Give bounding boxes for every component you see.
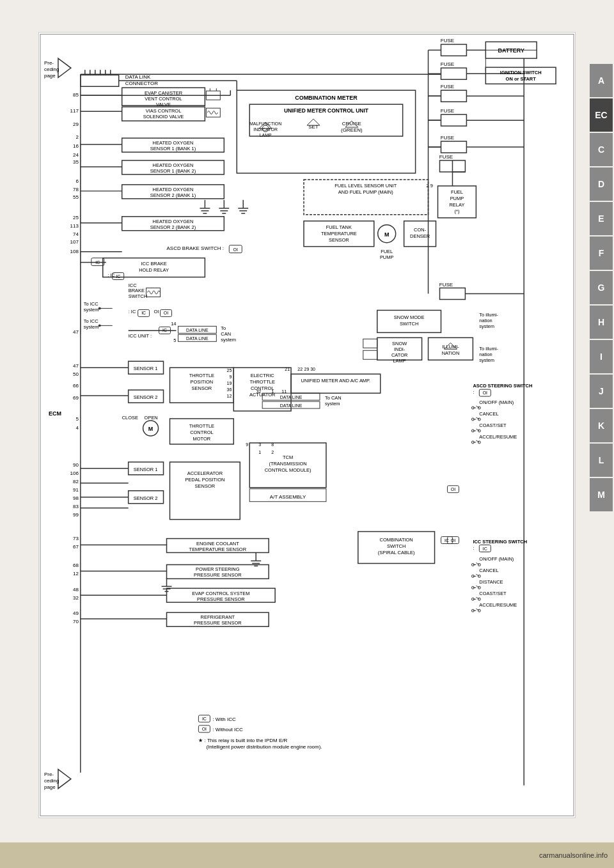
pin-11: 11: [281, 389, 287, 394]
tab-f[interactable]: F: [590, 236, 613, 270]
tab-ec[interactable]: EC: [590, 98, 613, 132]
pin-21: 21: [285, 367, 290, 371]
ic-badge-1: IC: [95, 260, 100, 265]
tab-j[interactable]: J: [590, 375, 613, 408]
preceding-top-label3: page: [44, 73, 56, 79]
oi-badge-2: OI: [164, 311, 168, 315]
unified-ac-amp-label: UNIFIED METER AND A/C AMP.: [301, 378, 371, 384]
pin-69: 69: [73, 395, 79, 401]
pin-32: 32: [256, 389, 261, 394]
tab-g[interactable]: G: [590, 271, 613, 304]
pin-14: 14: [171, 321, 176, 327]
pin-113: 113: [70, 223, 79, 229]
pin-106: 106: [70, 470, 79, 476]
ps-pressure-label2: PRESSURE SENSOR: [194, 572, 242, 578]
pin-5b: 5: [75, 416, 79, 422]
to-icc-2: To ICC: [84, 318, 98, 324]
icc-steering-ic: :: [473, 545, 474, 551]
ignition-switch-label2: ON or START: [506, 76, 537, 82]
snow-indi-label2: INDI-: [394, 346, 405, 352]
pin-29-30: 29 30: [304, 367, 316, 371]
data-link-label2: CONNECTOR: [125, 81, 158, 86]
tab-i[interactable]: I: [590, 340, 613, 373]
ic-badge-icc-steering: IC: [483, 546, 487, 551]
ect-sensor-label2: TEMPERATURE SENSOR: [189, 546, 247, 552]
ascd-on-off: ON/OFF (MAIN): [479, 399, 514, 405]
ho2s1b2-label: HEATED OXYGEN: [153, 162, 194, 168]
pin-9b: 9: [246, 442, 248, 447]
tcm-trans-label: TCM: [283, 454, 293, 460]
icc-on-off: ON/OFF (MAIN): [479, 556, 514, 562]
to-illumi-2: To illumi-: [479, 346, 498, 352]
pin-66: 66: [73, 383, 79, 389]
pin-35: 35: [73, 159, 79, 165]
etca-label2: THROTTLE: [249, 379, 274, 385]
fuel-relay-label: FUEL: [451, 189, 463, 195]
pin-25: 25: [73, 215, 79, 221]
fuel-tank-temp-label2: TEMPERATURE: [321, 231, 357, 236]
pin-73: 73: [73, 536, 79, 541]
pin-47b: 47: [73, 329, 79, 335]
pin-68: 68: [73, 562, 79, 568]
icc-cancel: CANCEL: [479, 568, 498, 573]
icc-brake-switch-label: ICC: [129, 283, 137, 288]
tab-k[interactable]: K: [590, 409, 613, 442]
icc-steering-label: ICC STEERING SWITCH: [473, 539, 527, 545]
condenser-label2: DENSER: [410, 233, 430, 239]
fuel-relay-label2: PUMP: [450, 196, 464, 201]
tab-m[interactable]: M: [590, 478, 613, 511]
fuel-pump-label2: PUMP: [380, 254, 394, 260]
ignition-switch-label: IGNITION SWITCH: [500, 70, 542, 75]
to-icc-1: To ICC: [84, 301, 98, 307]
tab-a[interactable]: A: [590, 64, 613, 97]
icc-brake-switch-label3: SWITCH: [129, 293, 147, 299]
pin-90: 90: [73, 462, 79, 468]
ascd-brake-label: ASCD BRAKE SWITCH :: [167, 245, 224, 251]
data-line-3: DATA LINE: [280, 395, 303, 399]
tab-e[interactable]: E: [590, 202, 613, 235]
tab-c[interactable]: C: [590, 133, 613, 166]
ho2s2b1-label: HEATED OXYGEN: [153, 187, 194, 192]
to-illumi-1b: nation: [479, 318, 492, 323]
pin-24: 24: [73, 152, 79, 158]
sensor2-top-label: SENSOR 2: [134, 394, 158, 400]
icc-accel: ACCEL/RESUME: [479, 602, 517, 608]
pin-36: 36: [227, 387, 232, 392]
pin-55: 55: [73, 194, 79, 200]
main-container: A EC C D E F G H I J K L M FUSE BATTERY: [0, 0, 614, 868]
tab-d[interactable]: D: [590, 167, 613, 201]
snow-indi-label: SNOW: [392, 341, 407, 346]
tab-l[interactable]: L: [590, 444, 613, 477]
pin-50: 50: [73, 371, 79, 377]
pin-9: 9: [229, 375, 232, 379]
ic-badge-4: IC: [162, 328, 167, 332]
preceding-top-label: Pre-: [44, 60, 54, 66]
oi-label-small: OI: [154, 309, 159, 314]
illumi-label2: NATION: [442, 350, 460, 356]
oi-badge-ascd: OI: [483, 391, 487, 395]
icc-unit-label: ICC UNIT :: [129, 333, 152, 339]
set-label: SET: [308, 124, 319, 130]
pin-2: 2: [75, 134, 79, 140]
fuse-fuel: FUSE: [439, 154, 453, 160]
fuel-relay-label3: RELAY: [449, 202, 464, 208]
tab-h[interactable]: H: [590, 306, 613, 339]
ascd-steering-oi: :: [473, 389, 474, 395]
fuse-label-1: FUSE: [441, 38, 454, 43]
evap-pressure-label2: PRESSURE SENSOR: [197, 596, 245, 602]
ref-pressure-label: REFRIGERANT: [201, 614, 235, 620]
pin-83: 83: [73, 504, 79, 509]
to-illumi-1c: system: [479, 323, 494, 329]
bottom-bar: carmanualsonline.info: [0, 842, 614, 868]
pin-108: 108: [70, 249, 79, 254]
preceding-bot-label2: ceding: [44, 778, 59, 784]
etca-label3: CONTROL: [251, 385, 274, 391]
pin-91: 91: [73, 487, 79, 493]
pin-3: 3: [258, 442, 261, 447]
snow-indi-label4: LAMP: [393, 358, 405, 364]
fuse-label-5: FUSE: [441, 135, 454, 141]
pin-6: 6: [75, 178, 79, 184]
fuse-label-3: FUSE: [441, 84, 454, 89]
pin-82: 82: [73, 479, 79, 484]
to-icc-1b: system: [84, 307, 99, 313]
